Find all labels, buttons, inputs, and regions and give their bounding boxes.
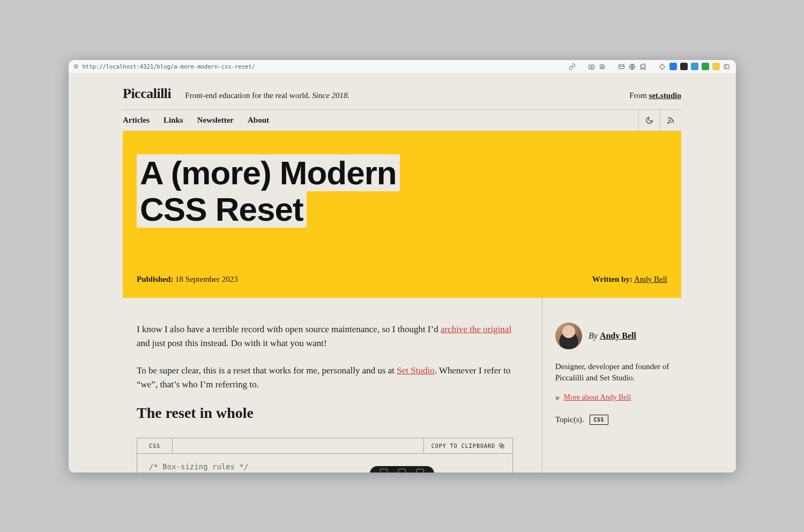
nav-links[interactable]: Links (163, 116, 183, 125)
url-text[interactable]: http://localhost:4321/blog/a-more-modern… (83, 63, 564, 70)
byline-text: By Andy Bell (589, 331, 636, 341)
camera-icon[interactable] (599, 63, 606, 70)
tagline-text: Front-end education for the real world. (185, 91, 312, 100)
ext-green-icon[interactable] (702, 63, 709, 70)
diamond-icon[interactable] (659, 63, 666, 70)
ext-blue-icon[interactable] (669, 63, 677, 70)
p2-text-a: To be super clear, this is a reset that … (137, 365, 397, 376)
globe-icon[interactable] (629, 63, 636, 70)
browser-address-bar: i http://localhost:4321/blog/a-more-mode… (69, 60, 736, 74)
pill-icon-2[interactable] (398, 469, 406, 473)
rss-icon (667, 116, 675, 124)
article-title: A (more) Modern CSS Reset (137, 155, 667, 228)
copy-label: COPY TO CLIPBOARD (431, 443, 495, 449)
topics: Topic(s). CSS (555, 415, 672, 425)
paragraph-2: To be super clear, this is a reset that … (137, 364, 513, 392)
ext-cyan-icon[interactable] (691, 63, 698, 70)
p2-link[interactable]: Set Studio (397, 365, 434, 376)
bottom-overlay-pill (370, 466, 434, 473)
aside-author-link[interactable]: Andy Bell (600, 331, 636, 340)
svg-rect-5 (724, 64, 729, 69)
more-about-author: » More about Andy Bell (555, 393, 672, 402)
paragraph-1: I know I also have a terrible record wit… (137, 323, 513, 351)
svg-point-7 (668, 122, 669, 123)
section-heading: The reset in whole (137, 404, 513, 422)
code-block: CSS COPY TO CLIPBOARD /* Box-sizing rule… (137, 438, 513, 472)
tagline-since: Since 2018. (312, 91, 349, 100)
sidebar: By Andy Bell Designer, developer and fou… (542, 298, 681, 473)
code-lang-label: CSS (137, 438, 173, 453)
p1-text-a: I know I also have a terrible record wit… (137, 324, 441, 334)
topic-tag-css[interactable]: CSS (590, 415, 609, 425)
mail-icon[interactable] (618, 63, 626, 70)
published-label: Published: (137, 275, 173, 283)
puzzle-icon[interactable] (639, 63, 647, 70)
author-byline: By Andy Bell (555, 323, 672, 349)
browser-window: i http://localhost:4321/blog/a-more-mode… (69, 60, 736, 473)
author-avatar (555, 323, 582, 349)
nav-newsletter[interactable]: Newsletter (197, 116, 234, 125)
content-body: I know I also have a terrible record wit… (123, 298, 681, 473)
author-bio: Designer, developer and founder of Picca… (555, 361, 672, 384)
rss-button[interactable] (660, 110, 681, 131)
camera-box-icon[interactable] (588, 63, 595, 70)
svg-point-2 (601, 66, 603, 68)
pill-icon-3[interactable] (416, 469, 424, 473)
code-body: /* Box-sizing rules */ (137, 453, 512, 472)
hero-banner: A (more) Modern CSS Reset Published: 18 … (123, 131, 681, 298)
svg-point-1 (591, 66, 592, 68)
chevron-right-icon: » (555, 393, 560, 402)
nav-right (638, 110, 681, 131)
ext-yellow-icon[interactable] (712, 63, 720, 70)
copy-to-clipboard-button[interactable]: COPY TO CLIPBOARD (423, 438, 512, 453)
written-label: Written by: (592, 275, 632, 283)
nav-articles[interactable]: Articles (123, 116, 150, 125)
link-icon[interactable] (569, 63, 576, 70)
hero-author-link[interactable]: Andy Bell (634, 275, 667, 283)
from-link[interactable]: set.studio (649, 91, 681, 100)
site-header: Piccalilli Front-end education for the r… (123, 74, 681, 110)
topics-label: Topic(s). (555, 415, 584, 424)
p1-text-b: and just post this instead. Do with it w… (137, 338, 327, 348)
from-attribution: From set.studio (629, 91, 681, 100)
theme-toggle-button[interactable] (638, 110, 660, 131)
title-line-1: A (more) Modern (137, 154, 400, 191)
more-about-link[interactable]: More about Andy Bell (564, 393, 631, 402)
p1-link[interactable]: archive the original (441, 324, 511, 334)
article-main: I know I also have a terrible record wit… (123, 298, 542, 473)
nav-about[interactable]: About (248, 116, 269, 125)
page: Piccalilli Front-end education for the r… (69, 74, 736, 473)
pill-icon-1[interactable] (380, 469, 388, 473)
sidebar-toggle-icon[interactable] (723, 63, 731, 70)
by-label: By (589, 331, 600, 340)
written-by: Written by: Andy Bell (592, 275, 667, 284)
extension-icons (569, 63, 731, 70)
ext-dark-icon[interactable] (680, 63, 688, 70)
moon-icon (645, 116, 653, 124)
tagline: Front-end education for the real world. … (185, 91, 349, 100)
svg-rect-0 (589, 65, 594, 69)
main-nav: Articles Links Newsletter About (123, 110, 681, 131)
hero-meta: Published: 18 September 2023 Written by:… (137, 275, 667, 284)
code-header: CSS COPY TO CLIPBOARD (137, 438, 512, 453)
published: Published: 18 September 2023 (137, 275, 238, 284)
published-date: 18 September 2023 (175, 275, 238, 283)
from-label: From (629, 91, 649, 100)
brand-logo[interactable]: Piccalilli (123, 86, 171, 102)
info-icon[interactable]: i (74, 64, 78, 69)
title-line-2: CSS Reset (137, 191, 307, 228)
copy-icon (498, 443, 505, 449)
